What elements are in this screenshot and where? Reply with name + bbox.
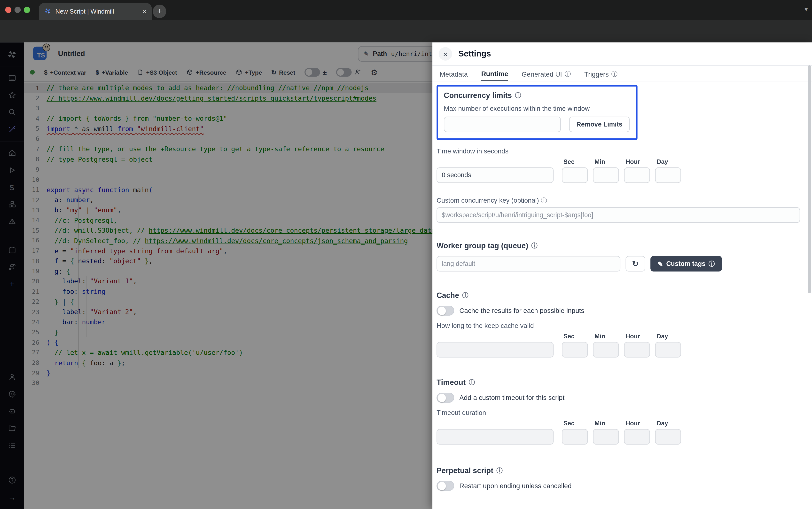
drawer-header: × Settings <box>432 42 812 66</box>
hour-input[interactable] <box>624 429 650 444</box>
info-icon: ⓘ <box>708 261 715 267</box>
min-input[interactable] <box>593 168 619 183</box>
hour-label: Hour <box>625 420 650 427</box>
mac-minimize-button[interactable] <box>14 7 21 13</box>
hour-input[interactable] <box>624 168 650 183</box>
min-label: Min <box>594 158 619 165</box>
cache-heading: Cacheⓘ <box>437 291 808 299</box>
cache-duration-row: Sec Min Hour Day <box>437 333 808 358</box>
timeout-duration-label: Timeout duration <box>437 409 808 417</box>
time-window-duration-row: 0 seconds Sec Min Hour Day <box>437 158 808 183</box>
perpetual-toggle-label: Restart upon ending unless cancelled <box>459 482 572 489</box>
info-icon[interactable]: ⓘ <box>496 467 503 474</box>
sec-label: Sec <box>563 420 588 427</box>
pencil-icon: ✎ <box>658 260 663 268</box>
day-label: Day <box>657 333 681 340</box>
perpetual-toggle[interactable] <box>437 481 454 491</box>
worker-group-input[interactable]: lang default <box>437 256 620 271</box>
windmill-favicon <box>44 7 51 16</box>
min-label: Min <box>594 420 619 427</box>
timeout-duration-row: Sec Min Hour Day <box>437 420 808 445</box>
min-input[interactable] <box>593 429 619 444</box>
cache-toggle[interactable] <box>437 306 454 315</box>
tab-generated-ui[interactable]: Generated UIⓘ <box>522 66 571 81</box>
browser-tab[interactable]: New Script | Windmill × <box>39 3 152 20</box>
hour-label: Hour <box>625 333 650 340</box>
tab-metadata[interactable]: Metadata <box>440 66 468 81</box>
settings-tabs: Metadata Runtime Generated UIⓘ Triggersⓘ <box>432 66 812 81</box>
info-icon[interactable]: ⓘ <box>515 92 521 99</box>
remove-limits-button[interactable]: Remove Limits <box>569 116 630 132</box>
info-icon[interactable]: ⓘ <box>462 292 469 299</box>
modal-dim-overlay[interactable] <box>0 42 432 509</box>
worker-group-heading: Worker group tag (queue)ⓘ <box>437 241 808 250</box>
mac-close-button[interactable] <box>5 7 11 13</box>
sec-label: Sec <box>563 333 588 340</box>
refresh-button[interactable]: ↻ <box>625 256 645 271</box>
browser-toolbar: ← → ↻ app.windmill.dev/scripts/add#JTdCJ… <box>0 20 812 42</box>
drawer-scrollbar[interactable] <box>808 65 811 293</box>
min-input[interactable] <box>593 342 619 358</box>
tab-title: New Script | Windmill <box>56 8 142 15</box>
mac-zoom-button[interactable] <box>24 7 30 13</box>
perpetual-heading: Perpetual scriptⓘ <box>437 466 808 475</box>
info-icon[interactable]: ⓘ <box>541 197 547 204</box>
browser-tabstrip: New Script | Windmill × + ▾ <box>0 0 812 20</box>
timeout-heading: Timeoutⓘ <box>437 378 808 386</box>
duration-value-input[interactable] <box>437 429 554 444</box>
day-label: Day <box>657 158 681 165</box>
info-icon[interactable]: ⓘ <box>469 379 475 386</box>
day-input[interactable] <box>655 429 681 444</box>
custom-key-label: Custom concurrency key (optional) ⓘ <box>437 196 808 204</box>
day-input[interactable] <box>655 168 681 183</box>
sec-input[interactable] <box>562 168 588 183</box>
drawer-title: Settings <box>458 49 491 59</box>
info-icon[interactable]: ⓘ <box>531 242 538 249</box>
hour-input[interactable] <box>624 342 650 358</box>
cache-duration-label: How long to the keep cache valid <box>437 322 808 330</box>
window-chevron-icon[interactable]: ▾ <box>805 5 808 13</box>
tab-triggers[interactable]: Triggersⓘ <box>584 66 618 81</box>
custom-key-input[interactable]: $workspace/script/u/henri/intriguing_scr… <box>437 207 800 223</box>
min-label: Min <box>594 333 619 340</box>
day-input[interactable] <box>655 342 681 358</box>
custom-tags-button[interactable]: ✎Custom tagsⓘ <box>651 256 722 271</box>
section-heading: Concurrency limitsⓘ <box>444 91 630 99</box>
time-window-label: Time window in seconds <box>437 147 808 155</box>
max-executions-label: Max number of executions within the time… <box>444 105 630 112</box>
duration-value-input[interactable]: 0 seconds <box>437 168 554 183</box>
sec-label: Sec <box>563 158 588 165</box>
info-icon: ⓘ <box>565 71 571 77</box>
new-tab-button[interactable]: + <box>153 5 167 18</box>
close-icon[interactable]: × <box>439 47 452 61</box>
duration-value-input[interactable] <box>437 342 554 358</box>
cache-toggle-label: Cache the results for each possible inpu… <box>459 307 584 315</box>
settings-drawer: × Settings Metadata Runtime Generated UI… <box>432 42 812 509</box>
tab-close-icon[interactable]: × <box>142 7 147 15</box>
max-executions-input[interactable] <box>444 116 561 132</box>
sec-input[interactable] <box>562 429 588 444</box>
day-label: Day <box>657 420 681 427</box>
concurrency-limits-section: Concurrency limitsⓘ Max number of execut… <box>437 85 637 140</box>
sec-input[interactable] <box>562 342 588 358</box>
settings-body: Concurrency limitsⓘ Max number of execut… <box>432 82 812 509</box>
info-icon: ⓘ <box>612 71 618 77</box>
tab-runtime[interactable]: Runtime <box>481 66 508 81</box>
hour-label: Hour <box>625 158 650 165</box>
timeout-toggle-label: Add a custom timeout for this script <box>459 394 564 402</box>
timeout-toggle[interactable] <box>437 393 454 403</box>
